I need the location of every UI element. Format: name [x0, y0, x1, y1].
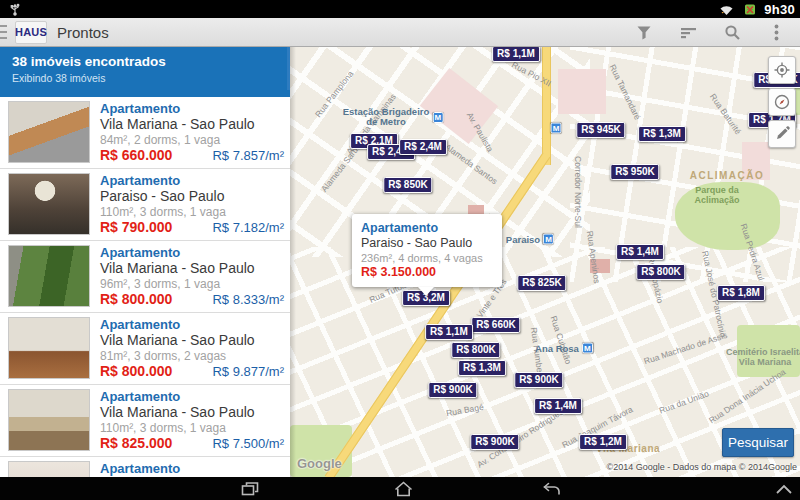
info-type: Apartamento: [361, 221, 493, 236]
price-marker[interactable]: R$ 800K: [636, 264, 685, 280]
back-icon[interactable]: [539, 479, 563, 498]
metro-station: Estação Brigadeirode MetroM: [343, 107, 444, 127]
home-icon[interactable]: [391, 479, 415, 498]
listing-photo: [8, 245, 90, 307]
price-marker[interactable]: R$ 1,1M: [425, 324, 473, 340]
area-label: Cemitério IsraelitaVila Mariana: [726, 347, 800, 367]
listing-price: R$ 825.000: [100, 435, 172, 452]
listing-price-per-m2: R$ 7.500/m²: [212, 435, 284, 452]
listing-specs: 110m², 3 dorms, 1 vaga: [100, 205, 284, 219]
info-specs: 236m², 4 dorms, 4 vagas: [361, 251, 493, 265]
compass-button[interactable]: [768, 88, 796, 116]
app-bar: HAUS Prontos: [0, 18, 800, 47]
listing-photo: [8, 389, 90, 451]
listing-photo: [8, 101, 90, 163]
listing-price: R$ 790.000: [100, 219, 172, 236]
listing-item[interactable]: Apartamento Vila Mariana - Sao Paulo 81m…: [0, 313, 290, 385]
listings-panel: 38 imóveis encontrados Exibindo 38 imóve…: [0, 47, 290, 477]
my-location-button[interactable]: [768, 56, 796, 84]
listing-specs: 110m², 3 dorms, 1 vaga: [100, 421, 284, 435]
map-info-window[interactable]: Apartamento Paraiso - Sao Paulo 236m², 4…: [352, 214, 502, 287]
listing-location: Paraiso - Sao Paulo: [100, 188, 284, 205]
metro-icon: M: [551, 123, 562, 134]
page-title: Prontos: [57, 24, 109, 41]
listing-location: Vila Mariana - Sao Paulo: [100, 116, 284, 133]
listing-location: Vila Mariana - Sao Paulo: [100, 260, 284, 277]
listing-price: R$ 800.000: [100, 363, 172, 380]
listing-item[interactable]: Apartamento Vila Mariana - Sao Paulo 84m…: [0, 97, 290, 169]
listing-type: Apartamento: [100, 317, 284, 332]
listing-price-per-m2: R$ 9.877/m²: [212, 363, 284, 380]
price-marker[interactable]: R$ 900K: [470, 434, 519, 450]
map-highway: [542, 47, 551, 165]
area-label: ACLIMAÇÃO: [690, 170, 765, 181]
listing-type: Apartamento: [100, 461, 284, 476]
edit-pencil-button[interactable]: [768, 120, 796, 148]
search-map-button[interactable]: Pesquisar: [722, 428, 794, 457]
metro-station-name: Estação Brigadeirode Metro: [343, 107, 430, 127]
clock: 9h30: [764, 2, 795, 17]
price-marker[interactable]: R$ 945K: [576, 122, 625, 138]
list-scrollbar[interactable]: [287, 47, 290, 90]
listing-location: Vila Mariana - Sao Paulo: [100, 404, 284, 421]
listing-item[interactable]: Apartamento Paraiso - Sao Paulo 110m², 3…: [0, 169, 290, 241]
filter-icon[interactable]: [634, 22, 654, 42]
listing-item[interactable]: Apartamento: [0, 457, 290, 477]
price-marker[interactable]: R$ 900K: [428, 382, 477, 398]
status-bar: 9h30: [0, 0, 800, 18]
price-marker[interactable]: R$ 1,8M: [717, 285, 765, 301]
recents-icon[interactable]: [238, 479, 262, 498]
price-marker[interactable]: R$ 825K: [517, 275, 566, 291]
results-subtitle: Exibindo 38 imóveis: [12, 72, 278, 84]
price-marker[interactable]: R$ 1,3M: [458, 360, 506, 376]
results-header: 38 imóveis encontrados Exibindo 38 imóve…: [0, 47, 290, 97]
app-logo[interactable]: HAUS: [15, 21, 47, 44]
metro-icon: M: [432, 112, 443, 123]
listing-type: Apartamento: [100, 245, 284, 260]
listing-photo: [8, 317, 90, 379]
overflow-icon[interactable]: [766, 22, 786, 42]
price-marker[interactable]: R$ 900K: [514, 372, 563, 388]
info-price: R$ 3.150.000: [361, 265, 493, 280]
listing-price: R$ 660.000: [100, 147, 172, 164]
listing-type: Apartamento: [100, 173, 284, 188]
listing-price-per-m2: R$ 7.857/m²: [212, 147, 284, 164]
listing-item[interactable]: Apartamento Vila Mariana - Sao Paulo 110…: [0, 385, 290, 457]
price-marker[interactable]: R$ 800K: [451, 342, 500, 358]
price-marker[interactable]: R$ 2,4M: [399, 139, 447, 155]
listing-price: R$ 800.000: [100, 291, 172, 308]
listing-location: Vila Mariana - Sao Paulo: [100, 332, 284, 349]
collapse-icon[interactable]: [772, 479, 796, 498]
metro-station-name: Paraiso: [506, 234, 540, 244]
metro-station: Ana RosaM: [535, 343, 593, 354]
street-label: Corredor Norte-Sul: [573, 156, 583, 228]
price-marker[interactable]: R$ 1,2M: [579, 434, 627, 450]
drawer-handle-icon[interactable]: [0, 23, 7, 41]
network-error-icon: [740, 0, 760, 19]
map-canvas[interactable]: Rua PamplonaAlameda CampinasAlameda Saru…: [290, 47, 800, 477]
info-window-pointer: [418, 287, 434, 296]
listing-specs: 84m², 2 dorms, 1 vaga: [100, 133, 284, 147]
metro-icon: M: [582, 343, 593, 354]
listings-list: Apartamento Vila Mariana - Sao Paulo 84m…: [0, 97, 290, 477]
price-marker[interactable]: R$ 660K: [471, 317, 520, 333]
listing-type: Apartamento: [100, 101, 284, 116]
android-nav-bar: [0, 477, 800, 500]
google-logo: Google: [297, 456, 342, 471]
price-marker[interactable]: R$ 950K: [610, 164, 659, 180]
wifi-icon: [716, 0, 736, 19]
price-marker[interactable]: R$ 1,4M: [616, 244, 664, 260]
listing-price-per-m2: R$ 7.182/m²: [212, 219, 284, 236]
metro-station: ParaisoM: [506, 234, 554, 245]
metro-station-name: Ana Rosa: [535, 343, 579, 353]
price-marker[interactable]: R$ 1,3M: [638, 126, 686, 142]
info-location: Paraiso - Sao Paulo: [361, 236, 493, 251]
price-marker[interactable]: R$ 1,1M: [492, 47, 540, 62]
search-icon[interactable]: [722, 22, 742, 42]
listing-item[interactable]: Apartamento Vila Mariana - Sao Paulo 96m…: [0, 241, 290, 313]
sort-icon[interactable]: [678, 22, 698, 42]
price-marker[interactable]: R$ 850K: [383, 177, 432, 193]
price-marker[interactable]: R$ 1,4M: [534, 398, 582, 414]
panel-shadow: [290, 47, 296, 477]
listing-specs: 96m², 3 dorms, 1 vaga: [100, 277, 284, 291]
